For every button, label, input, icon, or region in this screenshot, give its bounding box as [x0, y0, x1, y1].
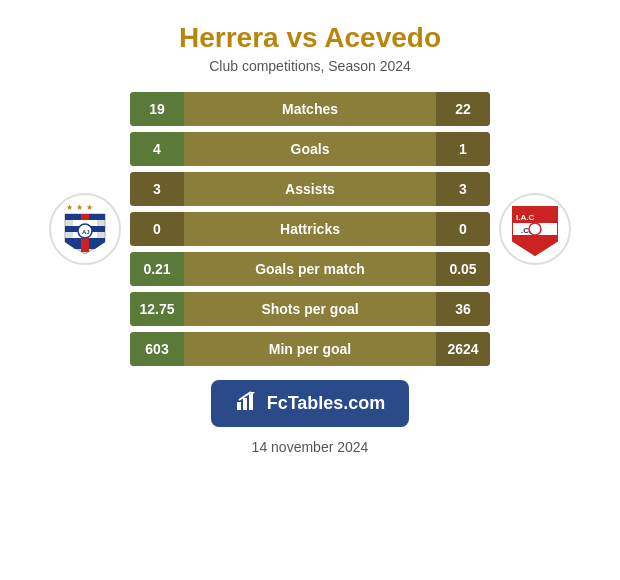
gpm-label: Goals per match	[184, 252, 436, 286]
subtitle: Club competitions, Season 2024	[209, 58, 411, 74]
matches-left: 19	[130, 92, 184, 126]
stat-row-goals-per-match: 0.21 Goals per match 0.05	[130, 252, 490, 286]
mpg-left: 603	[130, 332, 184, 366]
mpg-label: Min per goal	[184, 332, 436, 366]
stat-row-shots-per-goal: 12.75 Shots per goal 36	[130, 292, 490, 326]
spg-right: 36	[436, 292, 490, 326]
matches-right: 22	[436, 92, 490, 126]
goals-label: Goals	[184, 132, 436, 166]
stats-column: 19 Matches 22 4 Goals 1 3 Assists 3 0 Ha…	[130, 92, 490, 366]
hattricks-label: Hattricks	[184, 212, 436, 246]
svg-rect-8	[513, 223, 557, 235]
gpm-right: 0.05	[436, 252, 490, 286]
svg-rect-14	[249, 394, 253, 410]
stat-row-hattricks: 0 Hattricks 0	[130, 212, 490, 246]
assists-right: 3	[436, 172, 490, 206]
svg-text:★: ★	[66, 203, 73, 212]
main-content: ★ ★ ★ AJ 19 Mat	[0, 92, 620, 366]
svg-text:I.A.C: I.A.C	[516, 213, 534, 222]
stat-row-goals: 4 Goals 1	[130, 132, 490, 166]
svg-rect-13	[243, 398, 247, 410]
stat-row-assists: 3 Assists 3	[130, 172, 490, 206]
matches-label: Matches	[184, 92, 436, 126]
stat-row-matches: 19 Matches 22	[130, 92, 490, 126]
hattricks-right: 0	[436, 212, 490, 246]
gpm-left: 0.21	[130, 252, 184, 286]
svg-text:★: ★	[76, 203, 83, 212]
goals-left: 4	[130, 132, 184, 166]
svg-text:★: ★	[86, 203, 93, 212]
fctables-icon	[235, 390, 257, 417]
footer-date: 14 november 2024	[252, 439, 369, 455]
goals-right: 1	[436, 132, 490, 166]
mpg-right: 2624	[436, 332, 490, 366]
hattricks-left: 0	[130, 212, 184, 246]
right-team-logo: I.A.C .C.	[490, 193, 580, 265]
stat-row-min-per-goal: 603 Min per goal 2624	[130, 332, 490, 366]
svg-text:AJ: AJ	[82, 229, 90, 235]
left-team-logo: ★ ★ ★ AJ	[40, 193, 130, 265]
assists-left: 3	[130, 172, 184, 206]
svg-rect-12	[237, 402, 241, 410]
assists-label: Assists	[184, 172, 436, 206]
argentinos-juniors-logo: ★ ★ ★ AJ	[52, 196, 118, 262]
spg-left: 12.75	[130, 292, 184, 326]
iacg-logo: I.A.C .C.	[503, 197, 567, 261]
page-title: Herrera vs Acevedo	[179, 22, 441, 54]
fctables-banner: FcTables.com	[211, 380, 410, 427]
spg-label: Shots per goal	[184, 292, 436, 326]
fctables-text: FcTables.com	[267, 393, 386, 414]
